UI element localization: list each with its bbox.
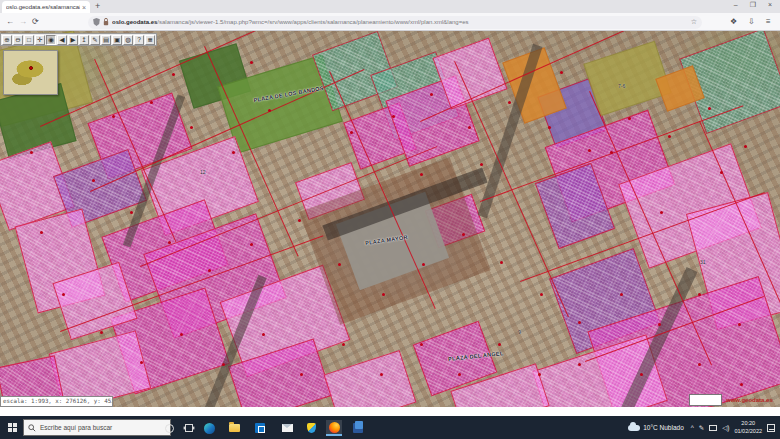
url-text: oslo.geodata.es/salamanca/js/viewer-1.5/… — [112, 19, 688, 25]
blue-app-button[interactable] — [350, 420, 366, 436]
export-button[interactable]: ↥ — [79, 35, 89, 45]
new-tab-button[interactable]: + — [95, 1, 100, 11]
zoom-window-button[interactable]: □ — [24, 35, 34, 45]
screen: oslo.geodata.es/salamanca/js/vie… × + – … — [0, 0, 780, 439]
defender-shield-icon — [307, 423, 316, 433]
reload-button[interactable]: ⟳ — [32, 17, 39, 26]
window-minimize-button[interactable]: – — [734, 1, 738, 9]
mail-icon — [282, 424, 293, 432]
parcel-number: 9 — [518, 329, 521, 335]
defender-button[interactable] — [303, 420, 319, 436]
previous-extent-button[interactable]: ◀ — [57, 35, 67, 45]
edge-button[interactable] — [201, 420, 217, 436]
store-icon — [255, 423, 265, 433]
lock-icon[interactable] — [103, 18, 109, 26]
legend-button[interactable]: ≣ — [145, 35, 155, 45]
action-center-icon[interactable] — [767, 424, 775, 432]
extensions-icon[interactable]: ❖ — [730, 17, 737, 26]
clock-date: 01/02/2022 — [734, 428, 762, 435]
windows-taskbar: Escribe aquí para buscar 10°C Nublado ^ … — [0, 416, 780, 439]
mail-button[interactable] — [279, 420, 295, 436]
weather-cloud-icon[interactable] — [628, 425, 640, 431]
measure-button[interactable]: ✎ — [90, 35, 100, 45]
system-tray: 10°C Nublado ^ ✎ ◁) 20:20 01/02/2022 — [628, 416, 780, 439]
help-button[interactable]: ? — [134, 35, 144, 45]
zoning-overlay — [323, 350, 416, 407]
browser-tab-strip: oslo.geodata.es/salamanca/js/vie… × + – … — [0, 0, 780, 13]
taskbar-search-box[interactable]: Escribe aquí para buscar — [23, 419, 171, 436]
next-extent-button[interactable]: ▶ — [68, 35, 78, 45]
clock-time: 20:20 — [734, 420, 762, 427]
network-tray-icon[interactable] — [709, 425, 717, 431]
forward-button[interactable]: → — [19, 17, 27, 26]
map-canvas[interactable]: PLAZA DE LOS BANDOS PLAZA MAYOR PLAZA DE… — [0, 31, 780, 407]
file-explorer-icon — [229, 424, 240, 432]
menu-icon[interactable]: ≡ — [766, 17, 771, 26]
shield-icon[interactable] — [93, 18, 100, 26]
firefox-button[interactable] — [326, 420, 342, 436]
pen-tray-icon[interactable]: ✎ — [699, 424, 704, 432]
task-view-button[interactable] — [181, 420, 197, 436]
overview-location-marker — [29, 66, 33, 70]
edge-icon — [204, 423, 215, 434]
parcel-number: 7-6 — [618, 83, 625, 89]
firefox-icon — [329, 422, 340, 433]
downloads-icon[interactable]: ⇩ — [748, 17, 755, 26]
browser-navbar: ← → ⟳ oslo.geodata.es/salamanca/js/viewe… — [0, 13, 780, 31]
geodata-watermark-link[interactable]: www.geodata.es — [726, 397, 773, 403]
browser-tab[interactable]: oslo.geodata.es/salamanca/js/vie… × — [2, 1, 90, 13]
full-screen-button[interactable]: ▣ — [112, 35, 122, 45]
task-view-icon — [185, 424, 193, 432]
overview-inset-map[interactable] — [3, 50, 58, 95]
blue-app-icon — [353, 423, 363, 433]
url-bar[interactable]: oslo.geodata.es/salamanca/js/viewer-1.5/… — [88, 16, 702, 29]
bookmark-star-icon[interactable]: ☆ — [691, 18, 697, 26]
viewer-toolbar: ⊕ ⊖ □ ✛ ◉ ◀ ▶ ↥ ✎ ▤ ▣ ◍ ? ≣ — [0, 33, 157, 46]
volume-tray-icon[interactable]: ◁) — [722, 424, 729, 432]
cortana-icon — [165, 424, 174, 433]
taskbar-clock[interactable]: 20:20 01/02/2022 — [734, 420, 762, 434]
window-close-button[interactable]: × — [768, 1, 772, 9]
zoom-out-button[interactable]: ⊖ — [13, 35, 23, 45]
tab-close-icon[interactable]: × — [82, 4, 86, 11]
pan-button[interactable]: ✛ — [35, 35, 45, 45]
tab-title: oslo.geodata.es/salamanca/js/vie… — [6, 4, 80, 10]
cortana-button[interactable] — [161, 420, 177, 436]
print-button[interactable]: ▤ — [101, 35, 111, 45]
search-button[interactable]: ◍ — [123, 35, 133, 45]
map-search-input[interactable] — [689, 394, 722, 406]
parcel-number: 31 — [700, 259, 706, 265]
search-icon — [28, 424, 36, 432]
zoom-in-button[interactable]: ⊕ — [2, 35, 12, 45]
window-maximize-button[interactable]: ❐ — [750, 1, 756, 9]
search-placeholder: Escribe aquí para buscar — [40, 424, 112, 431]
identify-button[interactable]: ◉ — [46, 35, 56, 45]
back-button[interactable]: ← — [6, 17, 14, 26]
scale-coordinates-statusbar: escala: 1:993, x: 276126, y: 4538529 — [0, 396, 113, 407]
weather-text[interactable]: 10°C Nublado — [643, 424, 684, 431]
start-button[interactable] — [8, 423, 17, 432]
store-button[interactable] — [252, 420, 268, 436]
parcel-number: 12 — [200, 169, 206, 175]
hidden-icons-chevron[interactable]: ^ — [691, 424, 694, 431]
file-explorer-button[interactable] — [226, 420, 242, 436]
